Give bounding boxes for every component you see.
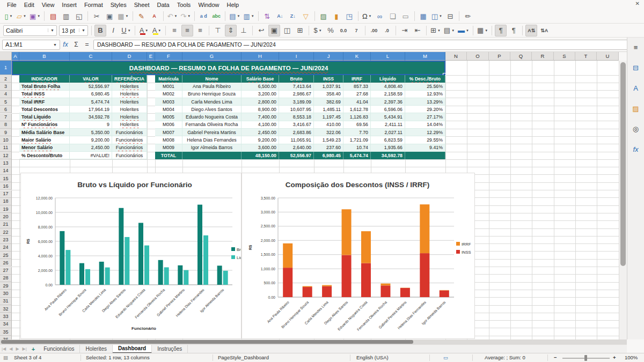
cell[interactable]: 3,416.67 (279, 121, 314, 129)
cell[interactable]: Igor Almeida Barros (182, 144, 241, 152)
styles-icon[interactable]: A (630, 82, 642, 94)
column-header-cell[interactable]: % Desc./Bruto (405, 75, 445, 83)
cell[interactable]: 3,189.09 (279, 98, 314, 106)
cell[interactable]: Fernanda Oliveira Rocha (182, 121, 241, 129)
cell[interactable]: Diego Alves Santos (182, 106, 241, 113)
conditional-formatting-button[interactable]: ▦▼ (476, 25, 489, 36)
column-header-t[interactable]: T (575, 52, 597, 61)
menu-tools[interactable]: Tools (173, 1, 195, 9)
zoom-slider-thumb[interactable] (584, 355, 587, 361)
format-as-percent-button[interactable]: % (325, 25, 336, 36)
column-header-u[interactable]: U (597, 52, 619, 61)
cell[interactable]: Ana Paula Ribeiro (182, 83, 241, 90)
cell[interactable]: 322.06 (314, 129, 343, 136)
cell[interactable]: 2,411.11 (371, 121, 405, 129)
column-header-g[interactable]: G (182, 52, 241, 61)
formula-input[interactable]: DASHBOARD — RESUMO DA FOLHA DE PAGAMENTO… (93, 40, 634, 50)
column-header-m[interactable]: M (405, 52, 445, 61)
row-header-12[interactable]: 12 (0, 152, 12, 159)
border-style-button[interactable]: ▤▼ (443, 25, 456, 36)
function-wizard-icon[interactable]: fx (60, 39, 71, 50)
underline-button[interactable]: U▼ (120, 25, 132, 36)
row-header-14[interactable]: 14 (0, 167, 12, 175)
headers-and-footers-button[interactable]: ▭ (400, 10, 412, 22)
cell[interactable]: 27.68 (343, 91, 371, 98)
row-header-11[interactable]: 11 (0, 144, 12, 152)
cell[interactable]: 9 (70, 121, 112, 129)
row-header-29[interactable]: 29 (0, 282, 12, 290)
align-center-button[interactable]: ≡ (181, 25, 193, 36)
cell[interactable]: Holerites (112, 83, 147, 90)
vertical-scrollbar-thumb[interactable] (620, 62, 626, 266)
sheet-tab-dashboard[interactable]: Dashboard (113, 345, 152, 353)
first-sheet-icon[interactable]: |◀ (0, 346, 8, 351)
chevron-down-icon[interactable]: ▼ (466, 29, 469, 32)
add-decimal-place-button[interactable]: .00 (368, 25, 380, 36)
paste-button[interactable]: ▦▼ (116, 10, 129, 22)
column-header-cell[interactable]: INSS (314, 75, 343, 83)
cell[interactable]: 2,800.00 (241, 98, 279, 106)
total-cell[interactable] (405, 152, 445, 159)
define-print-area-button[interactable]: ▦ (418, 10, 429, 22)
menu-file[interactable]: File (3, 1, 20, 9)
cell[interactable]: 2,986.67 (279, 91, 314, 98)
insert-object-button[interactable]: ◳ (343, 10, 355, 22)
column-header-h[interactable]: H (241, 52, 279, 61)
cell[interactable]: 2,450.00 (70, 144, 112, 152)
menu-sheet[interactable]: Sheet (130, 1, 153, 9)
merge-and-center-cells-button[interactable]: ▣ (268, 25, 280, 36)
cell[interactable]: 1,037.91 (314, 83, 343, 90)
row-header-32[interactable]: 32 (0, 305, 12, 313)
row-header-30[interactable]: 30 (0, 290, 12, 297)
row-header-10[interactable]: 10 (0, 136, 12, 144)
column-header-e[interactable]: E (147, 52, 155, 61)
wrap-text-button[interactable]: ↩ (255, 25, 267, 36)
cell[interactable]: 5,474.74 (70, 98, 112, 106)
column-header-f[interactable]: F (155, 52, 182, 61)
total-cell[interactable]: 48,150.00 (241, 152, 279, 159)
sort-ascending-format-button[interactable]: A⇅ (525, 25, 537, 36)
cell[interactable]: Nº Funcionários (19, 121, 70, 129)
format-as-number-button[interactable]: 0.0 (338, 25, 349, 36)
equals-icon[interactable]: = (82, 39, 92, 50)
row-header-31[interactable]: 31 (0, 298, 12, 305)
sum-icon[interactable]: Σ (71, 39, 82, 50)
split-window-button[interactable]: ⊟ (444, 10, 456, 22)
cell[interactable]: M004 (155, 106, 182, 113)
close-icon[interactable]: ✕ (635, 1, 640, 6)
copy-button[interactable]: ▣ (104, 10, 115, 22)
column-header-cell[interactable]: INDICADOR (19, 75, 70, 83)
print-button[interactable]: ▥ (60, 10, 72, 22)
cell[interactable]: 34,592.78 (70, 113, 112, 121)
chevron-down-icon[interactable]: ▼ (158, 29, 161, 32)
select-all-corner[interactable] (0, 52, 12, 61)
cell[interactable]: 11,065.91 (279, 136, 314, 144)
cell[interactable]: 3,600.00 (241, 144, 279, 152)
menu-edit[interactable]: Edit (20, 1, 38, 9)
row-header-3[interactable]: 3 (0, 83, 12, 90)
font-name-combo[interactable]: Calibri▼ (3, 25, 57, 36)
cell[interactable]: 358.40 (314, 91, 343, 98)
unmerge-cells-button[interactable]: ⊞ (294, 25, 306, 36)
redo-button[interactable]: ↷▼ (179, 10, 192, 22)
cell[interactable]: Total INSS (19, 91, 70, 98)
bold-button[interactable]: B (94, 25, 106, 36)
next-sheet-icon[interactable]: ▶ (14, 346, 20, 351)
row-header-22[interactable]: 22 (0, 228, 12, 236)
autofilter-button[interactable]: ▽ (300, 10, 312, 22)
page-style-label[interactable]: PageStyle_Dashboard (218, 354, 269, 360)
cell[interactable]: 1,612.78 (343, 106, 371, 113)
cell[interactable]: M008 (155, 136, 182, 144)
align-right-button[interactable]: ≡ (194, 25, 206, 36)
cell[interactable]: 14.04% (405, 121, 445, 129)
insert-comment-button[interactable]: ❏ (387, 10, 399, 22)
cell[interactable]: 10,607.95 (279, 106, 314, 113)
cell[interactable]: 9,200.00 (241, 136, 279, 144)
row-header-17[interactable]: 17 (0, 190, 12, 198)
row-header-9[interactable]: 9 (0, 129, 12, 136)
navigator-icon[interactable]: ◎ (630, 122, 642, 135)
insert-chart-button[interactable]: ▮ (331, 10, 342, 22)
cell[interactable]: 1,197.45 (314, 113, 343, 121)
row-header-5[interactable]: 5 (0, 98, 12, 106)
sheet-tab-funcionarios[interactable]: Funcionários (38, 345, 80, 353)
